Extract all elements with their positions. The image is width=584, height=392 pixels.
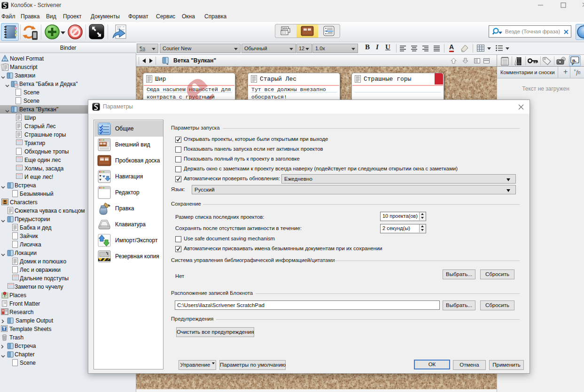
svg-text:n.: n. [572,57,576,63]
